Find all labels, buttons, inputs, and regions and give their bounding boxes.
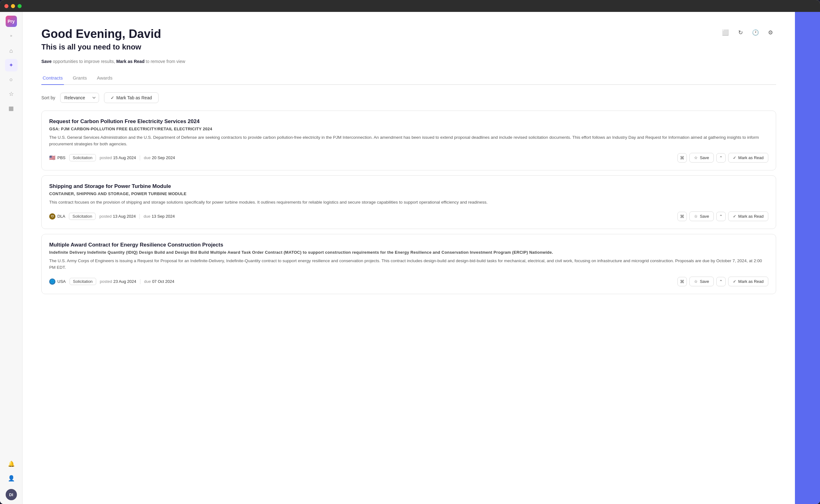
expand-icon: ⌃ xyxy=(719,214,723,219)
card-2-type: Solicitation xyxy=(69,213,96,220)
card-2-footer: 🛡 DLA Solicitation posted 13 Aug 2024 du… xyxy=(49,211,768,221)
card-2-shortlist-button[interactable]: ⌘ xyxy=(677,212,687,221)
sidebar-item-bell[interactable]: 🔔 xyxy=(5,458,18,470)
tab-contracts[interactable]: Contracts xyxy=(41,73,64,85)
tabs: Contracts Grants Awards xyxy=(41,73,776,85)
save-label: Save xyxy=(700,214,709,219)
hint-text: Save opportunities to improve results, M… xyxy=(41,59,776,64)
sidebar-item-chart[interactable]: ▦ xyxy=(5,102,18,115)
refresh-icon: ↻ xyxy=(738,29,743,36)
card-3-footer: 🌐 USA Solicitation posted 23 Aug 2024 du… xyxy=(49,277,768,286)
right-panel xyxy=(795,12,820,504)
app-logo[interactable]: Pry xyxy=(6,16,17,27)
card-3-due: due 07 Oct 2024 xyxy=(144,279,175,284)
tab-grants[interactable]: Grants xyxy=(71,73,88,85)
card-3-body: The U.S. Army Corps of Engineers is issu… xyxy=(49,258,768,271)
card-1-title: Request for Carbon Pollution Free Electr… xyxy=(49,118,768,125)
card-2-due: due 13 Sep 2024 xyxy=(144,214,175,219)
card-2-save-button[interactable]: ☆ Save xyxy=(689,211,714,221)
mark-read-label: Mark as Read xyxy=(738,214,764,219)
close-button[interactable] xyxy=(4,4,8,8)
settings-icon: ⚙ xyxy=(768,29,773,36)
sidebar-item-home[interactable]: ⌂ xyxy=(5,44,18,57)
checkmark-icon: ✓ xyxy=(111,95,114,100)
logo-text: Pry xyxy=(8,19,15,24)
date-divider xyxy=(140,155,140,160)
card-2-agency: 🛡 DLA xyxy=(49,213,65,220)
card-1-expand-button[interactable]: ⌃ xyxy=(716,153,726,163)
sidebar-item-user[interactable]: 👤 xyxy=(5,472,18,485)
star-icon: ☆ xyxy=(694,214,698,219)
hint-mark-as-read: Mark as Read xyxy=(116,59,144,64)
card-2-expand-button[interactable]: ⌃ xyxy=(716,212,726,221)
sidebar-item-star[interactable]: ☆ xyxy=(5,88,18,100)
mark-read-label: Mark as Read xyxy=(738,279,764,284)
card-2-posted: posted 13 Aug 2024 xyxy=(99,214,136,219)
command-icon: ⌘ xyxy=(680,214,684,219)
card-3-expand-button[interactable]: ⌃ xyxy=(716,277,726,286)
app-window: Pry » ⌂ ✦ ○ ☆ ▦ 🔔 👤 xyxy=(0,0,820,504)
mark-read-label: Mark as Read xyxy=(738,155,764,160)
check-icon: ✓ xyxy=(733,214,736,219)
hint-suffix: to remove from view xyxy=(146,59,185,64)
card-2-mark-read-button[interactable]: ✓ Mark as Read xyxy=(728,211,768,221)
due-label: due xyxy=(144,279,151,284)
sidebar: Pry » ⌂ ✦ ○ ☆ ▦ 🔔 👤 xyxy=(0,12,23,504)
history-icon-button[interactable]: 🕐 xyxy=(750,27,761,38)
card-2-agency-name: DLA xyxy=(57,214,65,219)
star-icon: ☆ xyxy=(694,155,698,160)
card-1-agency: 🇺🇸 PBS xyxy=(49,155,65,161)
due-date: 13 Sep 2024 xyxy=(152,214,175,219)
title-bar xyxy=(0,0,820,12)
tab-awards[interactable]: Awards xyxy=(96,73,114,85)
mark-tab-read-label: Mark Tab as Read xyxy=(116,95,152,100)
expand-icon: ⌃ xyxy=(719,155,723,160)
hint-middle: opportunities to improve results, xyxy=(53,59,116,64)
avatar[interactable]: DI xyxy=(6,489,17,500)
spark-icon: ✦ xyxy=(9,62,13,69)
card-1-type: Solicitation xyxy=(69,154,96,161)
card-1-mark-read-button[interactable]: ✓ Mark as Read xyxy=(728,153,768,163)
main-content: Good Evening, David This is all you need… xyxy=(23,12,795,504)
header-text: Good Evening, David This is all you need… xyxy=(41,27,161,51)
expand-icon: ⌃ xyxy=(719,279,723,284)
card-1-posted: posted 15 Aug 2024 xyxy=(100,155,136,160)
sidebar-item-spark[interactable]: ✦ xyxy=(5,59,18,71)
card-2-actions: ⌘ ☆ Save ⌃ ✓ Mark as Read xyxy=(677,211,768,221)
header-actions: ⬜ ↻ 🕐 ⚙ xyxy=(720,27,776,38)
monitor-icon-button[interactable]: ⬜ xyxy=(720,27,731,38)
mark-tab-as-read-button[interactable]: ✓ Mark Tab as Read xyxy=(104,92,158,103)
chart-icon: ▦ xyxy=(8,105,14,112)
star-icon: ☆ xyxy=(9,91,14,97)
card-1-shortlist-button[interactable]: ⌘ xyxy=(677,153,687,163)
monitor-icon: ⬜ xyxy=(722,29,729,36)
maximize-button[interactable] xyxy=(18,4,22,8)
card-3-save-button[interactable]: ☆ Save xyxy=(689,277,714,286)
sort-select[interactable]: Relevance Date Posted Due Date xyxy=(60,93,99,103)
user-icon: 👤 xyxy=(8,475,15,482)
card-3-mark-read-button[interactable]: ✓ Mark as Read xyxy=(728,277,768,286)
save-label: Save xyxy=(700,155,709,160)
refresh-icon-button[interactable]: ↻ xyxy=(735,27,746,38)
check-icon: ✓ xyxy=(733,155,736,160)
sidebar-item-search[interactable]: ○ xyxy=(5,73,18,86)
save-label: Save xyxy=(700,279,709,284)
card-1-due: due 20 Sep 2024 xyxy=(144,155,175,160)
card-1-save-button[interactable]: ☆ Save xyxy=(689,153,714,163)
search-icon: ○ xyxy=(9,76,13,83)
minimize-button[interactable] xyxy=(11,4,15,8)
card-3-shortlist-button[interactable]: ⌘ xyxy=(677,277,687,286)
hint-save: Save xyxy=(41,59,52,64)
sidebar-expand-button[interactable]: » xyxy=(7,31,16,40)
card-2-subtitle: CONTAINER, SHIPPING AND STORAGE, POWER T… xyxy=(49,191,768,196)
page-title: Good Evening, David xyxy=(41,27,161,41)
command-icon: ⌘ xyxy=(680,155,684,160)
date-divider xyxy=(140,279,140,284)
card-1-actions: ⌘ ☆ Save ⌃ ✓ Mark as Read xyxy=(677,153,768,163)
page-subtitle: This is all you need to know xyxy=(41,43,161,51)
card-3-posted: posted 23 Aug 2024 xyxy=(100,279,136,284)
card-1-footer: 🇺🇸 PBS Solicitation posted 15 Aug 2024 d… xyxy=(49,153,768,163)
dla-icon: 🛡 xyxy=(49,213,55,220)
card-1: Request for Carbon Pollution Free Electr… xyxy=(41,111,776,171)
settings-icon-button[interactable]: ⚙ xyxy=(765,27,776,38)
